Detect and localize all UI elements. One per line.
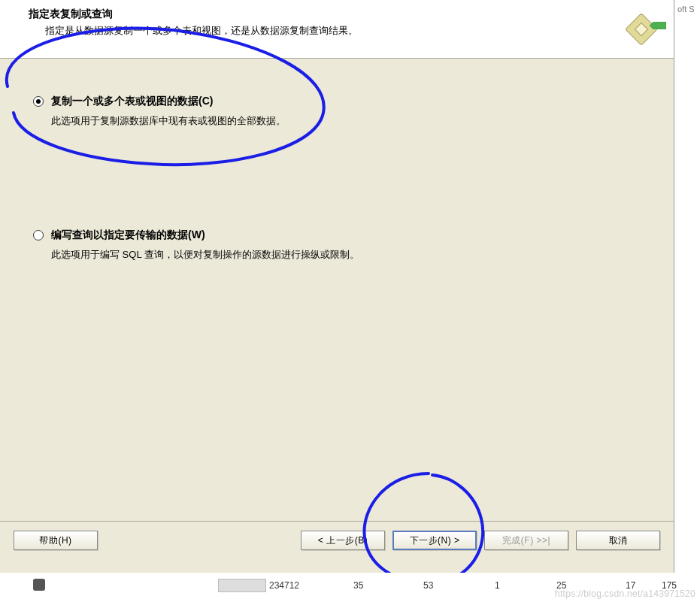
option-query-desc: 此选项用于编写 SQL 查询，以便对复制操作的源数据进行操纵或限制。 (51, 248, 651, 262)
partial-window-text: oft S (674, 0, 700, 14)
option-copy-desc: 此选项用于复制源数据库中现有表或视图的全部数据。 (51, 114, 651, 128)
bottom-data-row: 234712 35 53 1 25 17 175 (0, 579, 700, 594)
cell-6: 175 (662, 580, 677, 591)
header-title: 指定表复制或查询 (29, 8, 665, 21)
grey-block (218, 579, 266, 592)
cell-0: 234712 (269, 580, 299, 591)
back-button[interactable]: < 上一步(B) (301, 531, 385, 550)
cell-2: 53 (423, 580, 433, 591)
cancel-button[interactable]: 取消 (576, 531, 660, 550)
finish-button: 完成(F) >>| (484, 531, 568, 550)
next-button[interactable]: 下一步(N) > (392, 531, 477, 550)
cell-1: 35 (353, 580, 363, 591)
wizard-footer: 帮助(H) < 上一步(B) 下一步(N) > 完成(F) >>| 取消 (0, 521, 674, 573)
wizard-window: 指定表复制或查询 指定是从数据源复制一个或多个表和视图，还是从数据源复制查询结果… (0, 0, 674, 573)
radio-write-query[interactable] (33, 230, 44, 240)
radio-dot-selected (36, 99, 41, 104)
help-button[interactable]: 帮助(H) (14, 531, 98, 550)
option-copy-tables[interactable]: 复制一个或多个表或视图的数据(C) 此选项用于复制源数据库中现有表或视图的全部数… (33, 95, 651, 128)
bottom-background-strip: 234712 35 53 1 25 17 175 https://blog.cs… (0, 573, 700, 602)
radio-copy-tables[interactable] (33, 96, 44, 107)
option-write-query[interactable]: 编写查询以指定要传输的数据(W) 此选项用于编写 SQL 查询，以便对复制操作的… (33, 228, 651, 262)
green-arrow-icon (650, 21, 666, 27)
wizard-body: 复制一个或多个表或视图的数据(C) 此选项用于复制源数据库中现有表或视图的全部数… (0, 59, 674, 531)
header-subtitle: 指定是从数据源复制一个或多个表和视图，还是从数据源复制查询结果。 (45, 24, 665, 38)
option-copy-label: 复制一个或多个表或视图的数据(C) (51, 95, 213, 108)
cell-3: 1 (495, 580, 500, 591)
right-background-strip: oft S (674, 0, 700, 602)
taskbar-glyph (33, 579, 45, 591)
option-query-label: 编写查询以指定要传输的数据(W) (51, 228, 205, 242)
wizard-header: 指定表复制或查询 指定是从数据源复制一个或多个表和视图，还是从数据源复制查询结果… (0, 0, 674, 59)
cell-4: 25 (556, 580, 566, 591)
data-transform-icon (623, 11, 660, 48)
cell-5: 17 (626, 580, 635, 591)
